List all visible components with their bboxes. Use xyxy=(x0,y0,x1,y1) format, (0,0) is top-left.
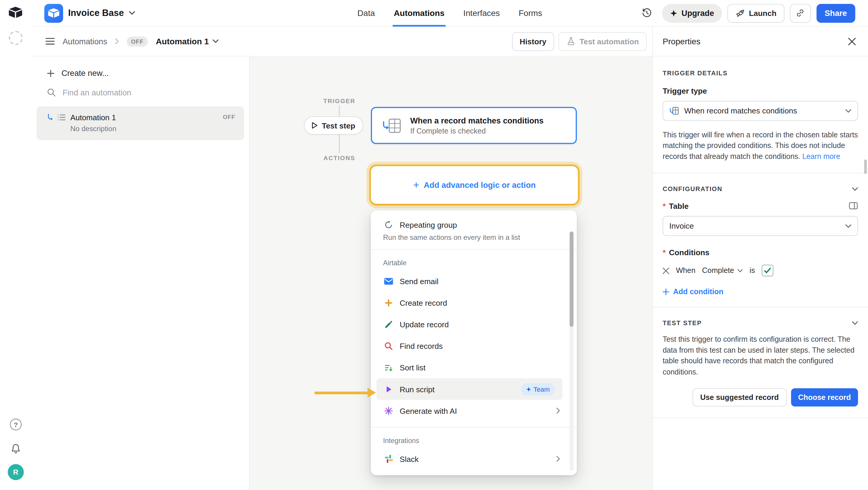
launch-button[interactable]: Launch xyxy=(727,4,784,23)
check-icon xyxy=(764,268,771,274)
configuration-header: CONFIGURATION xyxy=(662,186,722,192)
sparkle-icon xyxy=(526,386,531,392)
automation-item-name: Automation 1 xyxy=(70,113,116,122)
divider xyxy=(653,307,868,307)
notifications-bell-icon[interactable] xyxy=(10,443,22,457)
trigger-card-subtitle: If Complete is checked xyxy=(410,126,544,135)
flask-icon xyxy=(566,37,576,46)
trigger-details-header: TRIGGER DETAILS xyxy=(662,70,858,76)
trigger-type-icon xyxy=(669,106,679,116)
help-icon[interactable]: ? xyxy=(10,419,22,430)
rocket-icon xyxy=(735,8,745,18)
condition-value-checkbox[interactable] xyxy=(762,265,773,276)
history-clock-icon[interactable] xyxy=(637,3,657,23)
trigger-card-title: When a record matches conditions xyxy=(410,116,544,125)
chevron-down-icon xyxy=(738,269,743,272)
tab-forms[interactable]: Forms xyxy=(519,0,542,26)
menu-item-find-records[interactable]: Find records xyxy=(371,335,577,357)
collapse-chevron-icon[interactable] xyxy=(852,321,858,325)
menu-scrollbar-thumb[interactable] xyxy=(569,232,574,327)
condition-field-dropdown[interactable]: Complete xyxy=(702,267,743,275)
remove-condition-icon[interactable] xyxy=(662,267,669,274)
menu-item-generate-with-ai[interactable]: Generate with AI xyxy=(371,400,577,422)
automation-canvas: TRIGGER Test step ACTIONS When a record … xyxy=(250,56,652,490)
trigger-type-select[interactable]: When record matches conditions xyxy=(662,101,858,121)
test-step-description: Test this trigger to confirm its configu… xyxy=(662,334,858,377)
divider xyxy=(653,418,868,418)
automation-status-badge[interactable]: OFF xyxy=(127,36,148,47)
menu-item-update-record[interactable]: Update record xyxy=(371,313,577,335)
use-suggested-record-button[interactable]: Use suggested record xyxy=(692,388,786,406)
properties-panel: Properties TRIGGER DETAILS Trigger type … xyxy=(652,27,868,490)
menu-item-slack[interactable]: Slack xyxy=(371,448,577,470)
menu-section-integrations: Integrations xyxy=(371,433,577,448)
chevron-right-icon xyxy=(115,38,119,44)
trigger-card[interactable]: When a record matches conditions If Comp… xyxy=(371,107,577,144)
pointer-arrow xyxy=(314,388,376,398)
app-rail: ? R xyxy=(0,0,32,490)
trigger-description: This trigger will fire when a record in … xyxy=(662,130,858,162)
menu-section-airtable: Airtable xyxy=(371,255,577,270)
learn-more-link[interactable]: Learn more xyxy=(802,152,840,160)
add-condition-button[interactable]: Add condition xyxy=(662,288,858,296)
ai-sparkle-icon xyxy=(383,405,395,417)
user-avatar[interactable]: R xyxy=(8,464,24,480)
tab-data[interactable]: Data xyxy=(358,0,375,26)
condition-row: When Complete is xyxy=(662,265,858,276)
conditions-label: Conditions xyxy=(669,248,709,257)
choose-record-button[interactable]: Choose record xyxy=(791,388,858,406)
condition-operator: is xyxy=(750,267,755,275)
automation-item-description: No description xyxy=(70,125,237,133)
automations-list-panel: Create new... Automation 1 OFF No descri… xyxy=(32,56,250,490)
window-scrollbar-thumb[interactable] xyxy=(864,159,867,174)
breadcrumb-automations[interactable]: Automations xyxy=(63,37,107,46)
test-step-header: TEST STEP xyxy=(662,319,702,326)
upgrade-button[interactable]: Upgrade xyxy=(662,4,722,23)
search-input[interactable] xyxy=(63,88,240,97)
connector-line xyxy=(339,135,340,154)
action-picker-menu: Repeating group Run the same actions on … xyxy=(371,211,577,475)
add-action-button[interactable]: + Add advanced logic or action xyxy=(371,166,578,204)
table-select[interactable]: Invoice xyxy=(662,216,858,236)
chevron-down-icon xyxy=(129,11,135,15)
chevron-down-icon xyxy=(845,109,851,113)
close-icon[interactable] xyxy=(846,35,858,47)
chevron-down-icon xyxy=(845,224,851,228)
trigger-type-label: Trigger type xyxy=(662,87,858,95)
automation-list-item[interactable]: Automation 1 OFF No description xyxy=(37,106,244,140)
plus-icon xyxy=(47,69,54,76)
plus-icon: + xyxy=(413,179,419,190)
base-switcher[interactable]: Invoice Base xyxy=(32,4,135,23)
connector-line xyxy=(339,105,340,116)
condition-prefix: When xyxy=(676,267,695,275)
menu-item-repeating-group[interactable]: Repeating group Run the same actions on … xyxy=(371,216,577,244)
actions-section-label: ACTIONS xyxy=(306,154,373,161)
copy-link-icon[interactable] xyxy=(790,4,811,23)
share-button[interactable]: Share xyxy=(816,4,855,23)
record-matches-conditions-icon xyxy=(382,117,402,134)
open-table-icon[interactable] xyxy=(848,201,858,211)
table-label: Table xyxy=(669,202,689,210)
play-outline-icon xyxy=(312,122,318,129)
test-step-button[interactable]: Test step xyxy=(304,116,363,135)
main-tabs: Data Automations Interfaces Forms xyxy=(358,0,542,26)
tab-automations[interactable]: Automations xyxy=(394,0,445,26)
menu-item-sort-list[interactable]: Sort list xyxy=(371,357,577,378)
app-window: ? R Invoice Base Data Automations Interf… xyxy=(0,0,868,490)
menu-item-send-email[interactable]: Send email xyxy=(371,270,577,292)
menu-item-run-script[interactable]: Run script Team xyxy=(376,378,562,400)
automation-item-status: OFF xyxy=(223,114,235,120)
slack-icon xyxy=(383,453,395,465)
airtable-home-icon[interactable] xyxy=(8,6,23,20)
test-automation-button[interactable]: Test automation xyxy=(559,32,647,51)
automation-search xyxy=(32,78,249,97)
automation-name-dropdown[interactable]: Automation 1 xyxy=(156,37,219,46)
menu-hamburger-icon[interactable] xyxy=(45,38,55,45)
collapse-chevron-icon[interactable] xyxy=(852,187,858,191)
repeat-icon xyxy=(383,219,395,231)
tab-interfaces[interactable]: Interfaces xyxy=(463,0,500,26)
chevron-down-icon xyxy=(213,39,219,43)
menu-item-create-record[interactable]: Create record xyxy=(371,292,577,313)
create-new-automation-button[interactable]: Create new... xyxy=(32,56,249,78)
history-button[interactable]: History xyxy=(512,32,554,51)
